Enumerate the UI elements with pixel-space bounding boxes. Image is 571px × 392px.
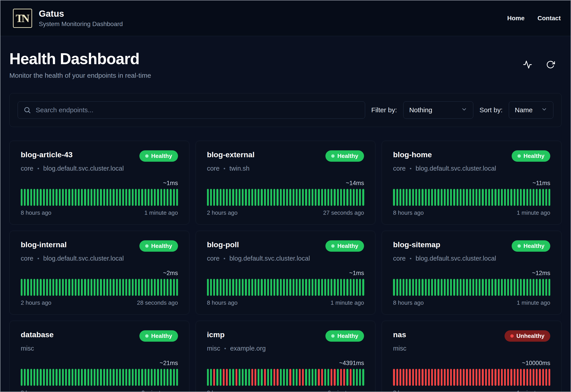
card-top: blog-internal Healthy — [21, 240, 178, 252]
uptime-bar — [46, 369, 48, 386]
uptime-bar — [280, 189, 282, 206]
uptime-bar — [495, 369, 496, 386]
time-start: 8 hours ago — [393, 389, 423, 392]
uptime-bar — [270, 189, 272, 206]
uptime-bar — [441, 189, 443, 206]
uptime-bar — [286, 279, 288, 296]
card-top: blog-article-43 Healthy — [21, 150, 178, 162]
uptime-bar — [447, 189, 449, 206]
uptime-bar — [128, 279, 130, 296]
uptime-bar — [232, 369, 234, 386]
uptime-bar — [412, 369, 414, 386]
uptime-bar — [488, 369, 490, 386]
uptime-bar — [289, 369, 291, 386]
endpoint-card[interactable]: blog-internal Healthy core • blog.defaul… — [9, 231, 189, 314]
nav-link-home[interactable]: Home — [507, 15, 525, 22]
uptime-bar — [56, 279, 57, 296]
uptime-bar — [472, 369, 474, 386]
uptime-bar — [148, 189, 150, 206]
endpoint-card[interactable]: blog-home Healthy core • blog.default.sv… — [382, 141, 562, 224]
uptime-bar — [450, 279, 452, 296]
uptime-bar — [460, 369, 462, 386]
uptime-bar — [119, 369, 121, 386]
uptime-bar — [469, 369, 471, 386]
uptime-bar — [43, 189, 45, 206]
uptime-bar — [334, 369, 335, 386]
uptime-bar — [409, 279, 411, 296]
uptime-bar — [324, 369, 326, 386]
endpoint-host: blog.default.svc.cluster.local — [229, 255, 310, 262]
uptime-bar — [167, 189, 168, 206]
endpoint-card[interactable]: nas Unhealthy misc ~10000ms 8 hours ago … — [382, 321, 562, 392]
uptime-bar — [501, 189, 503, 206]
uptime-bar — [135, 279, 137, 296]
uptime-bar — [469, 279, 471, 296]
uptime-bar — [255, 189, 256, 206]
uptime-bar — [337, 189, 339, 206]
uptime-bar — [157, 189, 159, 206]
uptime-bar — [84, 279, 86, 296]
uptime-bar — [507, 279, 509, 296]
uptime-bar — [37, 369, 38, 386]
uptime-bar — [141, 189, 143, 206]
uptime-bar — [403, 369, 404, 386]
status-badge: Healthy — [325, 240, 364, 252]
uptime-bar — [90, 189, 92, 206]
endpoint-card[interactable]: icmp Healthy misc • example.org ~4391ms … — [195, 321, 376, 392]
status-label: Healthy — [337, 243, 358, 250]
uptime-bar — [68, 279, 70, 296]
uptime-bar — [308, 369, 310, 386]
time-start: 8 hours ago — [393, 209, 423, 216]
uptime-bar — [78, 189, 80, 206]
endpoint-card[interactable]: blog-article-43 Healthy core • blog.defa… — [9, 141, 189, 224]
endpoint-name: nas — [393, 330, 406, 339]
endpoint-card[interactable]: database Healthy misc ~21ms 8 hours ago … — [9, 321, 189, 392]
uptime-bar — [491, 189, 493, 206]
uptime-bar — [507, 369, 509, 386]
search-input[interactable] — [18, 101, 365, 119]
uptime-bar — [40, 189, 42, 206]
uptime-bar — [539, 189, 541, 206]
page-head: Health Dashboard Monitor the health of y… — [9, 50, 562, 79]
uptime-bar — [135, 189, 137, 206]
uptime-bar — [213, 279, 215, 296]
sort-select[interactable]: Name — [509, 101, 553, 119]
page-head-text: Health Dashboard Monitor the health of y… — [9, 50, 151, 79]
uptime-bar — [434, 369, 436, 386]
uptime-bar — [24, 369, 26, 386]
activity-icon[interactable] — [523, 60, 532, 69]
uptime-bar — [340, 279, 342, 296]
uptime-bar — [232, 279, 234, 296]
uptime-bar — [359, 369, 361, 386]
uptime-bar — [463, 189, 465, 206]
nav-link-contact[interactable]: Contact — [538, 15, 561, 22]
uptime-bar — [523, 279, 525, 296]
uptime-bar — [97, 279, 99, 296]
sort-value: Name — [515, 106, 533, 114]
uptime-bar — [331, 189, 332, 206]
uptime-bar — [138, 279, 140, 296]
uptime-bar — [59, 279, 61, 296]
filter-select[interactable]: Nothing — [403, 101, 473, 119]
uptime-bar — [103, 369, 105, 386]
endpoint-card[interactable]: blog-sitemap Healthy core • blog.default… — [382, 231, 562, 314]
latency-value: ~1ms — [21, 180, 178, 187]
uptime-bar — [122, 189, 124, 206]
uptime-bar — [141, 279, 143, 296]
refresh-icon[interactable] — [546, 60, 555, 69]
uptime-bar — [412, 189, 414, 206]
uptime-bar — [27, 279, 29, 296]
uptime-bar — [40, 369, 42, 386]
uptime-bar — [94, 279, 95, 296]
uptime-bar — [30, 369, 32, 386]
uptime-bar — [453, 279, 455, 296]
uptime-bar — [75, 369, 76, 386]
uptime-bar — [343, 189, 345, 206]
endpoint-card[interactable]: blog-poll Healthy core • blog.default.sv… — [195, 231, 376, 314]
uptime-bar — [514, 279, 515, 296]
uptime-bar — [216, 369, 218, 386]
time-end: 28 seconds ago — [137, 299, 178, 306]
endpoint-card[interactable]: blog-external Healthy core • twin.sh ~14… — [195, 141, 376, 224]
uptime-bar — [406, 189, 407, 206]
uptime-bar — [312, 279, 313, 296]
